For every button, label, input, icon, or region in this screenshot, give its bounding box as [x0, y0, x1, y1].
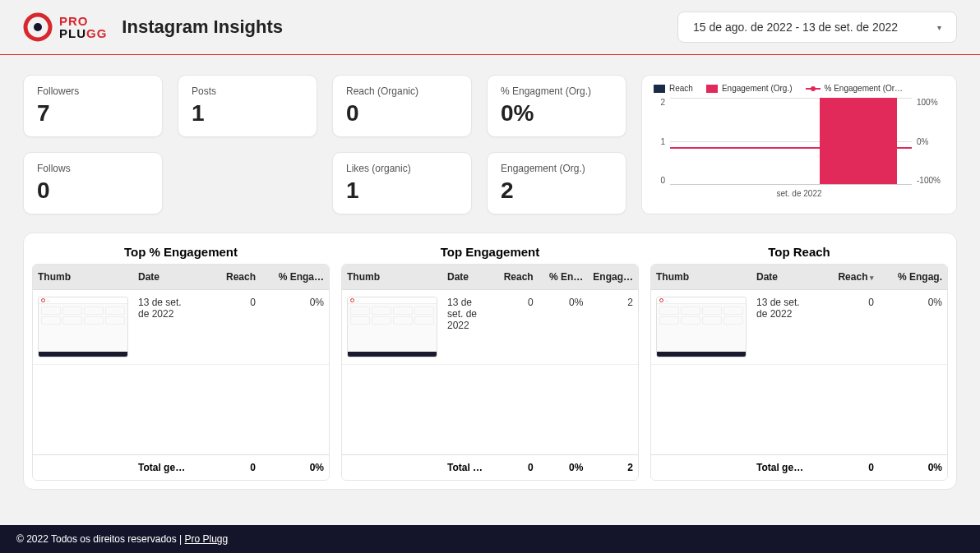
table-header: Thumb Date Reach % Enga…: [33, 265, 329, 290]
logo-text: PRO PLUGG: [59, 15, 107, 39]
cell-reach: 0: [811, 290, 879, 364]
col-engagement[interactable]: Engag.…: [588, 265, 638, 289]
cell-date: 13 de set. de 2022: [133, 290, 192, 364]
table-footer: Total ger… 0 0%: [33, 454, 329, 480]
table-footer: Total ger… 0 0%: [651, 454, 947, 480]
col-date[interactable]: Date: [751, 265, 811, 289]
metric-value: 1: [346, 177, 458, 204]
cell-reach: 0: [488, 290, 539, 364]
metric-follows: Follows 0: [23, 152, 163, 214]
table-top-engagement: Top Engagement Thumb Date Reach % En… En…: [341, 240, 639, 481]
logo-icon: [23, 12, 53, 42]
col-pct-engagement[interactable]: % Engag.: [879, 265, 947, 289]
col-reach[interactable]: Reach: [488, 265, 539, 289]
cell-thumb: —: [651, 290, 751, 364]
metric-value: 0: [346, 100, 458, 127]
plot-area: [670, 98, 912, 185]
swatch-icon: [654, 85, 665, 93]
app-header: PRO PLUGG Instagram Insights 15 de ago. …: [0, 0, 980, 55]
post-thumbnail: —: [656, 297, 747, 357]
table: Thumb Date Reach % Engag. —: [650, 264, 948, 481]
table-footer: Total … 0 0% 2: [342, 454, 638, 480]
y-axis-right: 100% 0% -100%: [917, 98, 945, 185]
table-header: Thumb Date Reach % Engag.: [651, 265, 947, 290]
metric-value: 0%: [501, 100, 612, 127]
footer-reach: 0: [811, 455, 879, 480]
logo-line2: PLUGG: [59, 27, 107, 39]
logo-line1: PRO: [59, 15, 107, 27]
col-pct-engagement[interactable]: % En…: [539, 265, 589, 289]
cell-pct: 0%: [879, 290, 947, 364]
cell-thumb: —: [342, 290, 442, 364]
footer-link[interactable]: Pro Plugg: [185, 533, 229, 545]
footer-label: Total …: [442, 455, 488, 480]
main-content: Followers 7 Posts 1 Reach (Organic) 0 % …: [0, 55, 980, 500]
table-body: — 13 de set. de 2022 0 0%: [651, 290, 947, 454]
metric-label: % Engagment (Org.): [501, 85, 612, 97]
footer-pct: 0%: [261, 455, 329, 480]
metric-label: Posts: [192, 85, 303, 97]
cell-date: 13 de set. de 2022: [751, 290, 811, 364]
bar-engagement: [820, 98, 897, 184]
chart-body: 2 1 0 100% 0% -100% set. de 2022: [654, 98, 945, 196]
app-footer: © 2022 Todos os direitos reservados | Pr…: [0, 525, 980, 553]
y-axis-left: 2 1 0: [654, 98, 665, 185]
table-header: Thumb Date Reach % En… Engag.…: [342, 265, 638, 290]
tables-area: Top % Engagement Thumb Date Reach % Enga…: [23, 233, 957, 490]
chevron-down-icon: ▾: [937, 23, 941, 32]
metric-label: Likes (organic): [346, 163, 458, 174]
table: Thumb Date Reach % En… Engag.… —: [341, 264, 639, 481]
cell-pct: 0%: [539, 290, 589, 364]
metric-value: 2: [501, 177, 612, 204]
metric-label: Followers: [37, 85, 149, 97]
cell-engagement: 2: [588, 290, 638, 364]
col-thumb[interactable]: Thumb: [651, 265, 751, 289]
col-reach[interactable]: Reach: [192, 265, 261, 289]
footer-label: Total ger…: [133, 455, 192, 480]
line-engagement-pct: [670, 147, 912, 149]
footer-reach: 0: [488, 455, 539, 480]
metric-value: 7: [37, 100, 149, 127]
page-title: Instagram Insights: [122, 16, 283, 38]
post-thumbnail: —: [38, 297, 128, 357]
table-row[interactable]: — 13 de set. de 2022 0 0%: [651, 290, 947, 365]
col-thumb[interactable]: Thumb: [33, 265, 133, 289]
table-top-pct-engagement: Top % Engagement Thumb Date Reach % Enga…: [32, 240, 330, 481]
line-marker-icon: [806, 88, 821, 90]
table-title: Top % Engagement: [32, 240, 330, 264]
col-pct-engagement[interactable]: % Enga…: [261, 265, 329, 289]
cell-pct: 0%: [261, 290, 329, 364]
metric-reach-organic: Reach (Organic) 0: [332, 75, 472, 137]
metric-engagement-pct: % Engagment (Org.) 0%: [487, 75, 626, 137]
legend-engagement-pct[interactable]: % Engagement (Or…: [806, 84, 904, 93]
cell-thumb: —: [33, 290, 133, 364]
footer-reach: 0: [192, 455, 261, 480]
metric-value: 1: [192, 100, 303, 127]
metric-label: Engagement (Org.): [501, 163, 612, 174]
table-row[interactable]: — 13 de set. de 2022 0 0%: [33, 290, 329, 365]
metrics-grid: Followers 7 Posts 1 Reach (Organic) 0 % …: [23, 75, 957, 214]
col-date[interactable]: Date: [133, 265, 192, 289]
footer-label: Total ger…: [751, 455, 811, 480]
chart-card: Reach Engagement (Org.) % Engagement (Or…: [641, 75, 957, 214]
date-range-label: 15 de ago. de 2022 - 13 de set. de 2022: [693, 21, 898, 34]
x-axis-label: set. de 2022: [654, 189, 945, 198]
date-range-picker[interactable]: 15 de ago. de 2022 - 13 de set. de 2022 …: [677, 12, 957, 43]
table-row[interactable]: — 13 de set. de 2022 0 0% 2: [342, 290, 638, 365]
col-date[interactable]: Date: [442, 265, 488, 289]
legend-reach[interactable]: Reach: [654, 84, 693, 93]
table-title: Top Reach: [650, 240, 948, 264]
footer-pct: 0%: [879, 455, 947, 480]
table-top-reach: Top Reach Thumb Date Reach % Engag. —: [650, 240, 948, 481]
metric-posts: Posts 1: [178, 75, 317, 137]
col-thumb[interactable]: Thumb: [342, 265, 442, 289]
legend-engagement[interactable]: Engagement (Org.): [706, 84, 793, 93]
post-thumbnail: —: [347, 297, 437, 357]
metric-engagement-org: Engagement (Org.) 2: [487, 152, 626, 214]
data-point: [855, 144, 862, 150]
cell-reach: 0: [192, 290, 261, 364]
col-reach[interactable]: Reach: [811, 265, 879, 289]
swatch-icon: [706, 85, 718, 93]
metric-value: 0: [37, 177, 149, 204]
logo: PRO PLUGG: [23, 12, 107, 42]
